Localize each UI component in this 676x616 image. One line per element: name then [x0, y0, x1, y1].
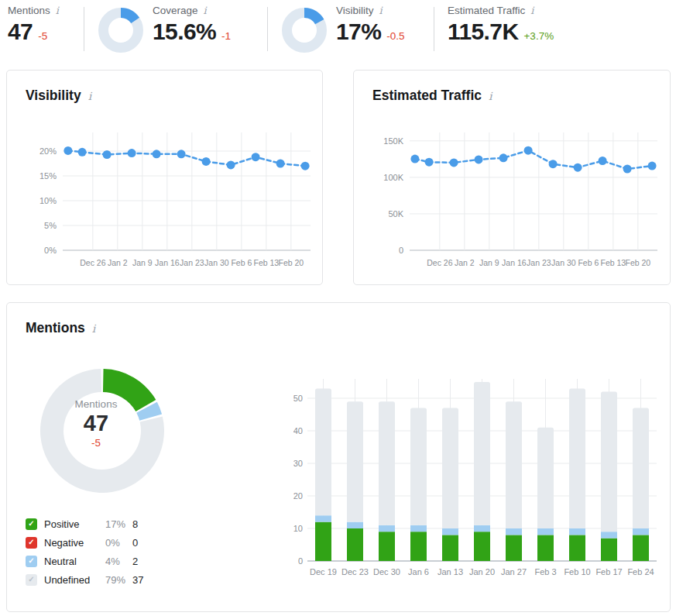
bar-segment-positive[interactable]	[442, 535, 458, 561]
kpi-coverage-change: -1	[221, 30, 231, 42]
bar-segment-undefined[interactable]	[347, 401, 363, 521]
data-point[interactable]	[549, 160, 558, 168]
data-point[interactable]	[574, 163, 582, 172]
bar-segment-neutral[interactable]	[315, 515, 331, 521]
data-point[interactable]	[623, 165, 632, 174]
kpi-visibility-label: Visibility	[336, 5, 374, 16]
data-point[interactable]	[227, 160, 235, 169]
bar-segment-undefined[interactable]	[379, 401, 395, 525]
data-point[interactable]	[648, 162, 657, 170]
bar-segment-neutral[interactable]	[347, 522, 363, 528]
x-axis-tick-label: Dec 26	[427, 258, 452, 267]
data-point[interactable]	[475, 155, 483, 163]
data-point[interactable]	[301, 162, 310, 170]
bar-segment-undefined[interactable]	[601, 392, 617, 532]
coverage-gauge-donut	[98, 8, 143, 53]
divider	[267, 7, 268, 51]
bar-segment-undefined[interactable]	[633, 408, 649, 528]
data-point[interactable]	[524, 146, 533, 155]
info-icon[interactable]: i	[88, 91, 91, 102]
bar-segment-positive[interactable]	[537, 535, 554, 561]
y-axis-tick-label: 20	[293, 491, 303, 501]
data-point[interactable]	[78, 148, 87, 157]
y-axis-tick-label: 50K	[388, 209, 403, 219]
x-axis-tick-label: Jan 2	[108, 258, 128, 267]
legend-row-positive: ✓Positive17%8	[26, 514, 143, 533]
info-icon[interactable]: i	[379, 5, 383, 15]
kpi-visibility-value: 17%	[336, 19, 381, 45]
kpi-coverage: Coverage i 15.6% -1	[153, 5, 231, 45]
bar-segment-neutral[interactable]	[474, 525, 490, 532]
kpi-coverage-value: 15.6%	[153, 19, 216, 45]
data-point[interactable]	[276, 160, 285, 168]
x-axis-tick-label: Jan 2	[455, 258, 475, 267]
data-point[interactable]	[128, 149, 136, 157]
data-point[interactable]	[177, 150, 186, 158]
info-icon[interactable]: i	[204, 5, 207, 15]
legend-count: 2	[132, 556, 138, 567]
bar-segment-undefined[interactable]	[410, 408, 427, 525]
legend-checkbox-positive[interactable]: ✓	[26, 518, 37, 530]
divider	[434, 7, 434, 51]
data-point[interactable]	[63, 146, 72, 155]
info-icon[interactable]: i	[489, 91, 492, 102]
kpi-visibility-change: -0.5	[386, 30, 404, 42]
bar-segment-positive[interactable]	[474, 532, 490, 561]
bar-segment-positive[interactable]	[347, 528, 363, 561]
info-icon[interactable]: i	[92, 323, 95, 334]
data-point[interactable]	[499, 153, 508, 162]
x-axis-tick-label: Feb 6	[231, 258, 252, 267]
bar-segment-neutral[interactable]	[537, 528, 554, 535]
legend-checkbox-neutral[interactable]: ✓	[26, 556, 37, 567]
bar-segment-positive[interactable]	[410, 532, 427, 561]
data-point[interactable]	[103, 150, 112, 159]
data-point[interactable]	[425, 158, 434, 167]
kpi-mentions-value: 47	[8, 19, 33, 45]
bar-segment-undefined[interactable]	[506, 401, 522, 528]
info-icon[interactable]: i	[530, 5, 534, 15]
data-point[interactable]	[153, 150, 161, 158]
data-point[interactable]	[450, 158, 458, 167]
bar-segment-positive[interactable]	[601, 539, 617, 561]
bar-segment-undefined[interactable]	[442, 408, 458, 528]
bar-segment-neutral[interactable]	[506, 528, 522, 535]
legend-count: 37	[132, 574, 143, 586]
traffic-panel-title: Estimated Traffic	[372, 88, 482, 104]
kpi-mentions-change: -5	[38, 30, 47, 42]
data-point[interactable]	[410, 155, 419, 163]
bar-segment-neutral[interactable]	[633, 528, 649, 535]
data-point[interactable]	[599, 157, 607, 165]
kpi-traffic-value: 115.7K	[448, 19, 518, 45]
legend-checkbox-undefined[interactable]: ✓	[26, 574, 37, 586]
bar-segment-neutral[interactable]	[410, 525, 427, 532]
bar-segment-positive[interactable]	[569, 535, 585, 561]
bar-segment-positive[interactable]	[379, 532, 395, 561]
kpi-estimated-traffic: Estimated Traffic i 115.7K +3.7%	[448, 5, 554, 45]
bar-segment-undefined[interactable]	[537, 428, 554, 528]
x-axis-tick-label: Dec 30	[373, 567, 400, 576]
legend-percent: 79%	[105, 574, 132, 586]
bar-segment-undefined[interactable]	[474, 382, 490, 525]
bar-segment-positive[interactable]	[633, 535, 649, 561]
donut-segment-positive[interactable]	[103, 369, 156, 411]
bar-segment-neutral[interactable]	[442, 528, 458, 535]
bar-segment-positive[interactable]	[315, 522, 331, 561]
divider	[84, 7, 84, 51]
bar-segment-undefined[interactable]	[315, 388, 331, 515]
info-icon[interactable]: i	[56, 5, 59, 15]
bar-segment-neutral[interactable]	[569, 528, 585, 535]
kpi-visibility: Visibility i 17% -0.5	[336, 5, 405, 45]
bar-segment-neutral[interactable]	[379, 525, 395, 532]
data-point[interactable]	[202, 157, 211, 166]
estimated-traffic-panel: Estimated Traffic i 050K100K150KDec 26Ja…	[353, 70, 671, 285]
x-axis-tick-label: Jan 6	[408, 567, 429, 576]
x-axis-tick-label: Feb 17	[595, 567, 622, 576]
bar-segment-undefined[interactable]	[569, 388, 585, 528]
bar-segment-neutral[interactable]	[601, 532, 617, 538]
legend-checkbox-negative[interactable]: ✓	[26, 537, 37, 549]
mentions-legend: ✓Positive17%8✓Negative0%0✓Neutral4%2✓Und…	[26, 514, 143, 589]
bar-segment-positive[interactable]	[506, 535, 522, 561]
x-axis-tick-label: Dec 23	[341, 567, 369, 576]
traffic-line-chart: 050K100K150KDec 26Jan 2Jan 9Jan 16Jan 23…	[357, 119, 667, 277]
data-point[interactable]	[252, 153, 260, 161]
